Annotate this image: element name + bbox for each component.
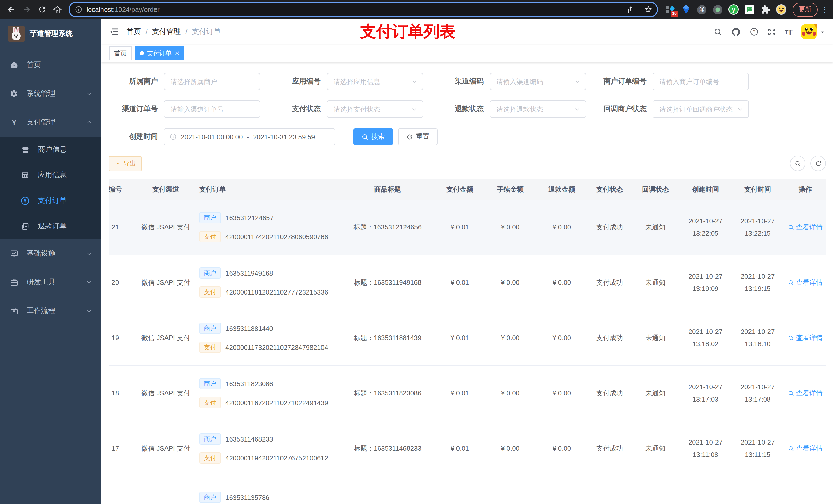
sidebar-item-pay-order[interactable]: ¥ 支付订单 xyxy=(0,188,101,214)
browser-forward-button[interactable] xyxy=(20,2,34,17)
view-detail-link[interactable]: 查看详情 xyxy=(788,278,823,287)
date-end[interactable]: 2021-10-31 23:59:59 xyxy=(253,133,315,141)
address-bar[interactable]: localhost:1024/pay/order xyxy=(69,2,658,18)
yapi-icon: y xyxy=(729,4,739,15)
breadcrumb-payment[interactable]: 支付管理 xyxy=(152,27,181,37)
extension-record[interactable] xyxy=(713,4,723,15)
sidebar-item-refund-order[interactable]: 退款订单 xyxy=(0,214,101,239)
merchant-input-field[interactable] xyxy=(170,77,255,86)
table-row[interactable]: 17 微信 JSAPI 支付 商户1635311468233 支付4200001… xyxy=(109,421,826,476)
channel-code-field[interactable] xyxy=(495,77,572,86)
refund-status-select[interactable] xyxy=(490,100,586,118)
header-search-button[interactable] xyxy=(713,27,722,36)
merchant-tag: 商户 xyxy=(199,433,221,445)
created-time: 2021-10-2713:22:05 xyxy=(679,200,732,255)
share-button[interactable] xyxy=(624,3,637,16)
app-title: 芋道管理系统 xyxy=(30,29,73,39)
channel-order-no-input[interactable] xyxy=(164,100,260,118)
user-menu[interactable] xyxy=(801,24,825,40)
svg-text:?: ? xyxy=(753,29,755,34)
paid-time: 2021-10-2713:17:08 xyxy=(732,365,783,421)
date-start[interactable]: 2021-10-01 00:00:00 xyxy=(181,133,243,141)
sidebar-logo[interactable]: 芋道管理系统 xyxy=(0,19,101,49)
orders-table-wrapper: 编号 支付渠道 支付订单 商品标题 支付金额 手续金额 退款金额 支付状态 回调… xyxy=(109,179,826,504)
tag-home[interactable]: 首页 xyxy=(109,46,132,61)
sidebar-collapse-button[interactable] xyxy=(109,27,119,37)
table-row[interactable]: 20 微信 JSAPI 支付 商户1635311949168 支付4200001… xyxy=(109,255,826,310)
view-detail-link[interactable]: 查看详情 xyxy=(788,333,823,342)
order-id: 17 xyxy=(109,421,135,476)
export-button[interactable]: 导出 xyxy=(109,156,142,171)
channel-code-select[interactable] xyxy=(490,73,586,90)
table-row[interactable]: 21 微信 JSAPI 支付 商户1635312124657 支付4200001… xyxy=(109,200,826,255)
merchant-order-no-field[interactable] xyxy=(658,77,743,86)
sidebar-item-merchant-info[interactable]: 商户信息 xyxy=(0,137,101,162)
url-text[interactable]: localhost:1024/pay/order xyxy=(87,6,620,13)
extension-tag-assistant[interactable]: 10 xyxy=(665,4,675,15)
sidebar-item-home[interactable]: 首页 xyxy=(0,51,101,79)
action-cell: 查看详情 xyxy=(783,421,826,476)
tag-pay-order[interactable]: 支付订单 ✕ xyxy=(135,46,185,61)
notify-status-select[interactable] xyxy=(653,100,749,118)
reset-button[interactable]: 重置 xyxy=(398,128,437,145)
browser-update-button[interactable]: 更新 xyxy=(792,2,818,17)
view-detail-link[interactable]: 查看详情 xyxy=(788,444,823,453)
sidebar-item-infrastructure[interactable]: 基础设施 xyxy=(0,239,101,268)
font-size-button[interactable]: TT xyxy=(785,27,792,36)
site-info-icon[interactable] xyxy=(75,6,82,13)
date-range-picker[interactable]: 2021-10-01 00:00:00 - 2021-10-31 23:59:5… xyxy=(164,128,335,145)
sidebar-item-app-info[interactable]: 应用信息 xyxy=(0,162,101,188)
filter-channel-order-no: 渠道订单号 xyxy=(109,100,260,118)
filter-merchant: 所属商户 xyxy=(109,73,260,90)
sidebar-item-system[interactable]: 系统管理 xyxy=(0,79,101,108)
notify-status: 未通知 xyxy=(632,200,679,255)
browser-menu-button[interactable]: ⋮ xyxy=(821,5,829,14)
help-button[interactable]: ? xyxy=(749,27,759,37)
extension-kite[interactable] xyxy=(681,4,691,15)
browser-home-button[interactable] xyxy=(50,2,65,17)
merchant-order-no-input[interactable] xyxy=(653,73,749,90)
search-button[interactable]: 搜索 xyxy=(354,128,393,145)
app-id-select-field[interactable] xyxy=(332,77,409,86)
notify-status-field[interactable] xyxy=(658,105,735,114)
pay-status-select[interactable] xyxy=(327,100,423,118)
extension-command[interactable]: ⌘ xyxy=(697,4,707,15)
sidebar-item-dev-tools[interactable]: 研发工具 xyxy=(0,268,101,296)
refund-status-field[interactable] xyxy=(495,105,572,114)
browser-back-button[interactable] xyxy=(4,2,19,17)
close-icon[interactable]: ✕ xyxy=(175,50,179,56)
app-id-select[interactable] xyxy=(327,73,423,90)
extension-puzzle[interactable] xyxy=(760,4,770,15)
view-detail-link[interactable]: 查看详情 xyxy=(788,222,823,232)
filter-channel-code: 渠道编码 xyxy=(434,73,586,90)
svg-text:¥: ¥ xyxy=(24,198,27,203)
breadcrumb-home[interactable]: 首页 xyxy=(126,27,141,37)
merchant-input[interactable] xyxy=(164,73,260,90)
col-order: 支付订单 xyxy=(196,179,340,200)
github-link[interactable] xyxy=(731,27,740,37)
table-row[interactable]: 18 微信 JSAPI 支付 商户1635311823086 支付4200001… xyxy=(109,365,826,421)
bookmark-button[interactable] xyxy=(641,3,655,16)
order-id xyxy=(109,476,135,504)
extension-emoji[interactable] xyxy=(776,4,786,15)
extension-chat[interactable] xyxy=(744,4,755,15)
tags-view-bar: 首页 支付订单 ✕ xyxy=(101,45,833,63)
filter-row-1: 所属商户 应用编号 渠道编码 商户订单编号 xyxy=(109,73,826,90)
extension-yapi[interactable]: y xyxy=(729,4,739,15)
fullscreen-button[interactable] xyxy=(767,27,776,36)
browser-reload-button[interactable] xyxy=(35,2,49,17)
col-id: 编号 xyxy=(109,179,135,200)
breadcrumb: 首页 / 支付管理 / 支付订单 xyxy=(126,27,221,37)
view-detail-link[interactable]: 查看详情 xyxy=(788,388,823,398)
toggle-search-button[interactable] xyxy=(790,156,805,171)
sidebar-item-label: 工作流程 xyxy=(27,306,55,315)
refresh-table-button[interactable] xyxy=(810,156,826,171)
table-row-partial[interactable]: 商户163531135786 xyxy=(109,476,826,504)
channel-order-no-field[interactable] xyxy=(170,105,255,114)
action-cell: 查看详情 xyxy=(783,255,826,310)
main-area: 首页 / 支付管理 / 支付订单 支付订单列表 ? TT xyxy=(101,19,833,504)
sidebar-item-workflow[interactable]: 工作流程 xyxy=(0,296,101,325)
table-row[interactable]: 19 微信 JSAPI 支付 商户1635311881440 支付4200001… xyxy=(109,310,826,365)
pay-status-field[interactable] xyxy=(332,105,409,114)
sidebar-item-payment[interactable]: ¥ 支付管理 xyxy=(0,108,101,137)
